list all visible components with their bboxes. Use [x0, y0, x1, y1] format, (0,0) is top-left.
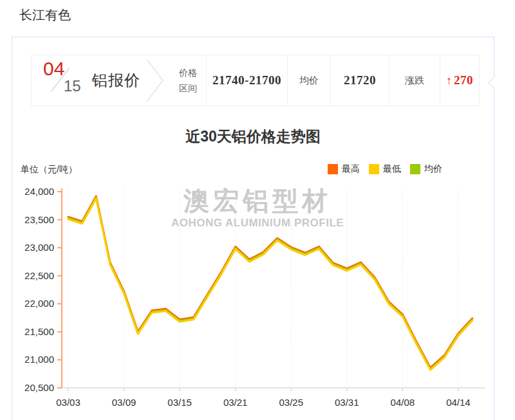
series-line-low	[68, 199, 473, 370]
y-axis-label: 22,500	[24, 270, 54, 281]
y-axis-label: 21,500	[24, 326, 54, 337]
y-axis-label: 21,000	[24, 354, 54, 365]
y-axis-label: 23,500	[24, 214, 54, 225]
x-axis-label: 03/15	[167, 397, 192, 408]
x-axis-label: 03/25	[279, 397, 303, 408]
x-axis-label: 03/31	[335, 397, 359, 408]
x-axis-label: 04/08	[391, 397, 415, 408]
y-axis-label: 22,000	[24, 298, 54, 309]
x-axis-label: 04/14	[446, 397, 471, 408]
price-trend-chart: 03/0303/0903/1503/2103/2503/3104/0804/14…	[0, 0, 515, 420]
series-line-avg	[68, 197, 473, 369]
x-axis-label: 03/03	[56, 397, 80, 408]
x-axis-label: 03/21	[223, 397, 248, 408]
y-axis-label: 23,000	[24, 242, 54, 253]
x-axis-label: 03/09	[112, 397, 136, 408]
series-line-high	[68, 196, 473, 368]
y-axis-label: 24,000	[24, 186, 54, 197]
page: 长江有色 04 15 铝报价 价格 区间 21740-21700 均价 2172…	[0, 0, 515, 420]
y-axis-label: 20,500	[24, 382, 54, 393]
